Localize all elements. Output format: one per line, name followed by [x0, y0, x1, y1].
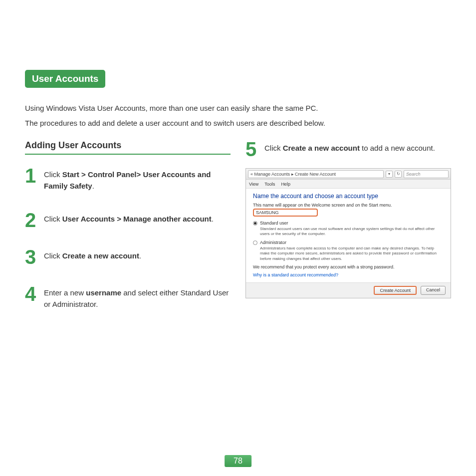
step-3: 3 Click Create a new account.: [25, 248, 231, 266]
step-pre: Enter a new: [44, 288, 86, 297]
radio-icon[interactable]: [253, 240, 257, 245]
step-bold: Create a new account: [283, 144, 360, 152]
step-pre: Click: [264, 144, 283, 152]
step-2: 2 Click User Accounts > Manage another a…: [25, 211, 231, 229]
account-name-input[interactable]: SAMSUNG: [253, 209, 318, 217]
section-title: User Accounts: [25, 70, 105, 88]
search-input[interactable]: Search: [404, 170, 449, 178]
step-post: to add a new account.: [360, 144, 435, 152]
option-desc: Administrators have complete access to t…: [260, 246, 444, 261]
menu-bar: View Tools Help: [246, 180, 451, 189]
step-bold: User Accounts > Manage another account: [62, 215, 212, 223]
page-number: 78: [225, 455, 251, 467]
breadcrumb[interactable]: « Manage Accounts ▸ Create New Account: [248, 170, 384, 178]
step-bold: username: [86, 288, 121, 297]
dialog-subtext: This name will appear on the Welcome scr…: [253, 203, 444, 208]
step-post: .: [212, 215, 214, 223]
step-number: 3: [25, 248, 39, 266]
step-4: 4 Enter a new username and select either…: [25, 285, 231, 310]
intro-line-1: Using Windows Vista User Accounts, more …: [25, 102, 451, 115]
step-1: 1 Click Start > Control Panel> User Acco…: [25, 167, 231, 192]
menu-view[interactable]: View: [249, 182, 258, 187]
option-desc: Standard account users can use most soft…: [260, 227, 444, 237]
step-5: 5 Click Create a new account to add a ne…: [245, 140, 451, 158]
step-bold: Create a new account: [62, 251, 139, 260]
subheading: Adding User Accounts: [25, 140, 231, 155]
radio-icon[interactable]: [253, 221, 257, 226]
dropdown-icon[interactable]: ▾: [386, 171, 393, 178]
step-number: 4: [25, 285, 39, 303]
recommendation-text: We recommend that you protect every acco…: [253, 264, 444, 269]
step-text: Click Create a new account.: [44, 248, 141, 261]
menu-help[interactable]: Help: [281, 182, 290, 187]
step-pre: Click: [44, 251, 62, 260]
step-text: Enter a new username and select either S…: [44, 285, 231, 310]
option-standard-user[interactable]: Standard user: [253, 221, 444, 226]
dialog-footer: Create Account Cancel: [246, 282, 451, 298]
step-pre: Click: [44, 215, 62, 223]
step-pre: Click: [44, 170, 62, 179]
refresh-icon[interactable]: ↻: [395, 171, 402, 178]
option-label: Administrator: [260, 240, 286, 245]
step-number: 2: [25, 211, 39, 229]
step-bold: Start > Control Panel> User Accounts and…: [44, 170, 211, 190]
step-post: .: [92, 182, 94, 190]
step-text: Click Create a new account to add a new …: [264, 140, 435, 154]
intro-line-2: The procedures to add and delete a user …: [25, 117, 451, 130]
dialog-heading: Name the account and choose an account t…: [253, 193, 444, 200]
help-link[interactable]: Why is a standard account recommended?: [253, 272, 444, 277]
option-label: Standard user: [260, 221, 288, 226]
cancel-button[interactable]: Cancel: [421, 286, 446, 295]
step-text: Click User Accounts > Manage another acc…: [44, 211, 214, 225]
step-post: .: [139, 251, 141, 260]
step-number: 1: [25, 167, 39, 185]
create-account-dialog: « Manage Accounts ▸ Create New Account ▾…: [245, 168, 451, 298]
intro-text: Using Windows Vista User Accounts, more …: [25, 102, 451, 129]
menu-tools[interactable]: Tools: [264, 182, 275, 187]
create-account-button[interactable]: Create Account: [374, 286, 417, 295]
step-number: 5: [245, 140, 259, 158]
option-administrator[interactable]: Administrator: [253, 240, 444, 245]
address-bar: « Manage Accounts ▸ Create New Account ▾…: [246, 169, 451, 180]
step-text: Click Start > Control Panel> User Accoun…: [44, 167, 231, 192]
